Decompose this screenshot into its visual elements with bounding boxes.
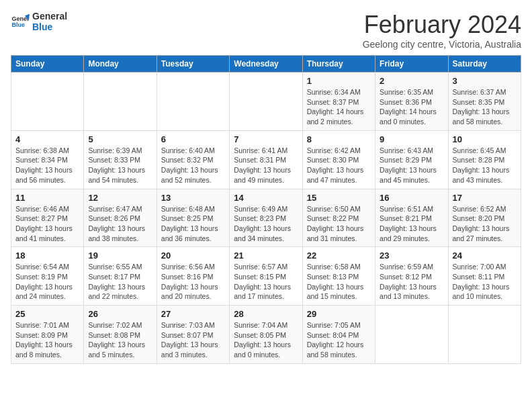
- day-info: Sunrise: 6:45 AM Sunset: 8:28 PM Dayligh…: [453, 146, 517, 185]
- day-cell: 12Sunrise: 6:47 AM Sunset: 8:26 PM Dayli…: [84, 189, 157, 247]
- day-cell: 9Sunrise: 6:43 AM Sunset: 8:29 PM Daylig…: [375, 130, 448, 189]
- day-cell: 16Sunrise: 6:51 AM Sunset: 8:21 PM Dayli…: [375, 189, 448, 247]
- day-number: 11: [15, 193, 79, 203]
- day-info: Sunrise: 7:01 AM Sunset: 8:09 PM Dayligh…: [15, 320, 79, 360]
- day-info: Sunrise: 6:55 AM Sunset: 8:17 PM Dayligh…: [88, 262, 152, 302]
- day-number: 13: [161, 193, 225, 203]
- month-title: February 2024: [363, 11, 521, 39]
- day-cell: [11, 73, 84, 131]
- day-cell: 25Sunrise: 7:01 AM Sunset: 8:09 PM Dayli…: [11, 306, 84, 364]
- day-header-wednesday: Wednesday: [230, 56, 302, 73]
- day-number: 19: [88, 250, 152, 261]
- day-info: Sunrise: 6:38 AM Sunset: 8:34 PM Dayligh…: [15, 146, 79, 185]
- day-info: Sunrise: 7:04 AM Sunset: 8:05 PM Dayligh…: [234, 320, 298, 360]
- location-subtitle: Geelong city centre, Victoria, Australia: [363, 39, 521, 50]
- day-info: Sunrise: 6:58 AM Sunset: 8:13 PM Dayligh…: [307, 262, 371, 302]
- logo-general: General: [32, 11, 67, 21]
- day-info: Sunrise: 6:35 AM Sunset: 8:36 PM Dayligh…: [380, 87, 443, 127]
- day-info: Sunrise: 6:52 AM Sunset: 8:20 PM Dayligh…: [453, 204, 517, 244]
- day-header-saturday: Saturday: [448, 56, 521, 73]
- week-row-1: 1Sunrise: 6:34 AM Sunset: 8:37 PM Daylig…: [11, 73, 521, 131]
- logo-icon: General Blue: [11, 12, 30, 31]
- day-header-tuesday: Tuesday: [157, 56, 229, 73]
- day-cell: 1Sunrise: 6:34 AM Sunset: 8:37 PM Daylig…: [302, 73, 375, 131]
- day-cell: 8Sunrise: 6:42 AM Sunset: 8:30 PM Daylig…: [302, 130, 375, 189]
- day-number: 15: [307, 193, 371, 203]
- day-info: Sunrise: 6:54 AM Sunset: 8:19 PM Dayligh…: [15, 262, 79, 302]
- calendar-table: SundayMondayTuesdayWednesdayThursdayFrid…: [11, 55, 521, 364]
- week-row-4: 18Sunrise: 6:54 AM Sunset: 8:19 PM Dayli…: [11, 247, 521, 306]
- day-cell: 6Sunrise: 6:40 AM Sunset: 8:32 PM Daylig…: [157, 130, 229, 189]
- day-number: 4: [15, 134, 79, 144]
- day-number: 1: [307, 76, 371, 86]
- day-info: Sunrise: 7:00 AM Sunset: 8:11 PM Dayligh…: [453, 262, 517, 302]
- header: General Blue General Blue February 2024 …: [11, 11, 521, 50]
- day-number: 21: [234, 250, 298, 261]
- day-number: 3: [453, 76, 517, 86]
- day-number: 26: [88, 309, 152, 319]
- day-cell: [375, 306, 448, 364]
- day-number: 12: [88, 193, 152, 203]
- day-number: 24: [453, 250, 517, 261]
- day-info: Sunrise: 6:49 AM Sunset: 8:23 PM Dayligh…: [234, 204, 298, 244]
- day-cell: [157, 73, 229, 131]
- day-cell: 7Sunrise: 6:41 AM Sunset: 8:31 PM Daylig…: [230, 130, 302, 189]
- day-info: Sunrise: 6:57 AM Sunset: 8:15 PM Dayligh…: [234, 262, 298, 302]
- day-number: 10: [453, 134, 517, 144]
- day-cell: 3Sunrise: 6:37 AM Sunset: 8:35 PM Daylig…: [448, 73, 521, 131]
- day-number: 17: [453, 193, 517, 203]
- day-info: Sunrise: 6:48 AM Sunset: 8:25 PM Dayligh…: [161, 204, 225, 244]
- day-cell: 11Sunrise: 6:46 AM Sunset: 8:27 PM Dayli…: [11, 189, 84, 247]
- day-info: Sunrise: 6:47 AM Sunset: 8:26 PM Dayligh…: [88, 204, 152, 244]
- day-number: 6: [161, 134, 225, 144]
- day-info: Sunrise: 6:34 AM Sunset: 8:37 PM Dayligh…: [307, 87, 371, 127]
- day-cell: 10Sunrise: 6:45 AM Sunset: 8:28 PM Dayli…: [448, 130, 521, 189]
- day-info: Sunrise: 6:50 AM Sunset: 8:22 PM Dayligh…: [307, 204, 371, 244]
- day-cell: 13Sunrise: 6:48 AM Sunset: 8:25 PM Dayli…: [157, 189, 229, 247]
- day-number: 7: [234, 134, 298, 144]
- day-cell: 29Sunrise: 7:05 AM Sunset: 8:04 PM Dayli…: [302, 306, 375, 364]
- day-cell: 28Sunrise: 7:04 AM Sunset: 8:05 PM Dayli…: [230, 306, 302, 364]
- day-number: 22: [307, 250, 371, 261]
- day-number: 5: [88, 134, 152, 144]
- day-number: 27: [161, 309, 225, 319]
- day-cell: 14Sunrise: 6:49 AM Sunset: 8:23 PM Dayli…: [230, 189, 302, 247]
- day-header-friday: Friday: [375, 56, 448, 73]
- day-number: 29: [307, 309, 371, 319]
- day-cell: 19Sunrise: 6:55 AM Sunset: 8:17 PM Dayli…: [84, 247, 157, 306]
- day-info: Sunrise: 6:56 AM Sunset: 8:16 PM Dayligh…: [161, 262, 225, 302]
- day-cell: 5Sunrise: 6:39 AM Sunset: 8:33 PM Daylig…: [84, 130, 157, 189]
- day-cell: [230, 73, 302, 131]
- day-cell: 17Sunrise: 6:52 AM Sunset: 8:20 PM Dayli…: [448, 189, 521, 247]
- day-cell: 27Sunrise: 7:03 AM Sunset: 8:07 PM Dayli…: [157, 306, 229, 364]
- logo-blue: Blue: [32, 21, 67, 32]
- day-info: Sunrise: 6:46 AM Sunset: 8:27 PM Dayligh…: [15, 204, 79, 244]
- day-info: Sunrise: 6:42 AM Sunset: 8:30 PM Dayligh…: [307, 146, 371, 185]
- day-cell: [448, 306, 521, 364]
- days-header-row: SundayMondayTuesdayWednesdayThursdayFrid…: [11, 56, 521, 73]
- day-cell: 2Sunrise: 6:35 AM Sunset: 8:36 PM Daylig…: [375, 73, 448, 131]
- day-cell: 22Sunrise: 6:58 AM Sunset: 8:13 PM Dayli…: [302, 247, 375, 306]
- day-number: 16: [380, 193, 443, 203]
- day-info: Sunrise: 6:43 AM Sunset: 8:29 PM Dayligh…: [380, 146, 443, 185]
- day-cell: 24Sunrise: 7:00 AM Sunset: 8:11 PM Dayli…: [448, 247, 521, 306]
- week-row-3: 11Sunrise: 6:46 AM Sunset: 8:27 PM Dayli…: [11, 189, 521, 247]
- day-cell: 26Sunrise: 7:02 AM Sunset: 8:08 PM Dayli…: [84, 306, 157, 364]
- day-info: Sunrise: 6:51 AM Sunset: 8:21 PM Dayligh…: [380, 204, 443, 244]
- logo: General Blue General Blue: [11, 11, 67, 32]
- title-area: February 2024 Geelong city centre, Victo…: [363, 11, 521, 50]
- day-cell: 15Sunrise: 6:50 AM Sunset: 8:22 PM Dayli…: [302, 189, 375, 247]
- day-info: Sunrise: 7:02 AM Sunset: 8:08 PM Dayligh…: [88, 320, 152, 360]
- day-cell: [84, 73, 157, 131]
- day-cell: 4Sunrise: 6:38 AM Sunset: 8:34 PM Daylig…: [11, 130, 84, 189]
- day-info: Sunrise: 7:03 AM Sunset: 8:07 PM Dayligh…: [161, 320, 225, 360]
- week-row-2: 4Sunrise: 6:38 AM Sunset: 8:34 PM Daylig…: [11, 130, 521, 189]
- day-number: 14: [234, 193, 298, 203]
- day-number: 18: [15, 250, 79, 261]
- day-number: 20: [161, 250, 225, 261]
- day-header-thursday: Thursday: [302, 56, 375, 73]
- day-info: Sunrise: 6:59 AM Sunset: 8:12 PM Dayligh…: [380, 262, 443, 302]
- day-number: 25: [15, 309, 79, 319]
- day-header-sunday: Sunday: [11, 56, 84, 73]
- day-number: 8: [307, 134, 371, 144]
